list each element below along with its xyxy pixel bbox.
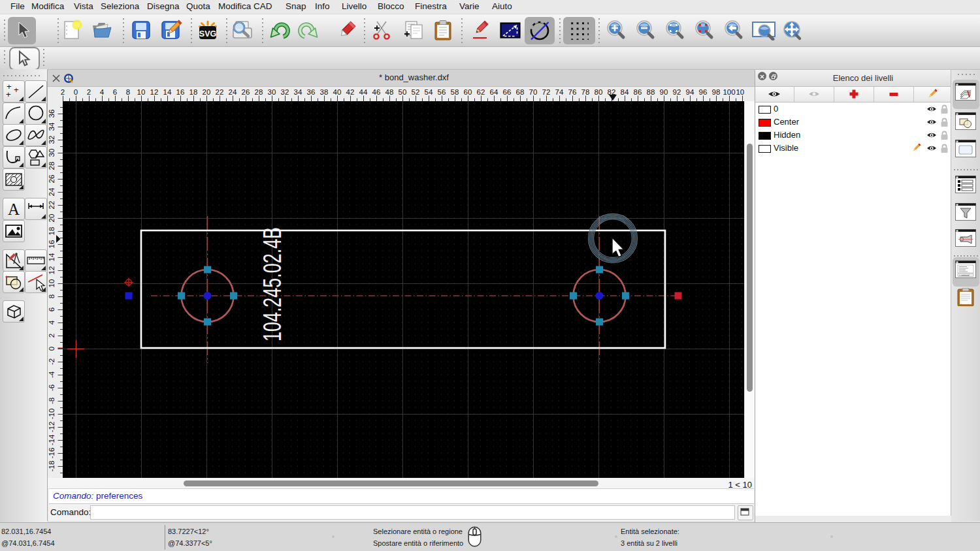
svg-text:12: 12 — [48, 266, 56, 275]
svg-text:24: 24 — [48, 187, 56, 196]
svg-text:50: 50 — [399, 88, 407, 96]
svg-text:68: 68 — [516, 88, 525, 96]
svg-text:92: 92 — [673, 88, 681, 96]
svg-text:26: 26 — [242, 88, 250, 96]
svg-text:104.245.02.4B: 104.245.02.4B — [258, 227, 286, 341]
svg-text:16: 16 — [48, 240, 56, 249]
svg-text:SVG: SVG — [199, 29, 216, 39]
svg-text:26: 26 — [48, 175, 56, 183]
svg-text:42: 42 — [346, 88, 355, 96]
svg-text:24: 24 — [229, 88, 237, 96]
svg-text:98: 98 — [712, 88, 721, 96]
svg-text:66: 66 — [503, 88, 512, 96]
svg-text:58: 58 — [451, 88, 459, 96]
svg-text:20: 20 — [203, 88, 211, 96]
svg-text:46: 46 — [372, 88, 381, 96]
svg-text:44: 44 — [359, 88, 368, 96]
svg-text:A: A — [8, 200, 20, 218]
svg-text:8: 8 — [48, 294, 56, 298]
svg-text:28: 28 — [255, 88, 263, 96]
svg-text:100: 100 — [723, 88, 735, 96]
svg-text:34: 34 — [48, 122, 56, 131]
svg-text:86: 86 — [634, 88, 642, 96]
svg-text:6: 6 — [48, 307, 56, 311]
svg-text:0: 0 — [74, 88, 78, 96]
svg-text:c command: c command — [959, 274, 970, 277]
svg-text:30: 30 — [268, 88, 276, 96]
svg-text:94: 94 — [686, 88, 694, 96]
svg-text:14: 14 — [163, 88, 172, 96]
svg-text:18: 18 — [189, 88, 198, 96]
svg-text:-2: -2 — [48, 358, 56, 365]
svg-text:38: 38 — [320, 88, 329, 96]
svg-text:8: 8 — [126, 88, 130, 96]
svg-text:14: 14 — [48, 253, 56, 261]
svg-text:10: 10 — [137, 88, 146, 96]
svg-text:72: 72 — [542, 88, 551, 96]
svg-text:102: 102 — [736, 88, 744, 96]
svg-text:10: 10 — [48, 279, 56, 288]
svg-text:34: 34 — [294, 88, 302, 96]
svg-text:12: 12 — [150, 88, 159, 96]
svg-text:6: 6 — [113, 88, 117, 96]
svg-text:-10: -10 — [48, 409, 56, 420]
svg-text:36: 36 — [48, 110, 56, 118]
svg-text:22: 22 — [48, 201, 56, 210]
svg-text:+: + — [14, 85, 19, 95]
svg-text:60: 60 — [464, 88, 472, 96]
svg-text:88: 88 — [647, 88, 655, 96]
svg-text:96: 96 — [699, 88, 708, 96]
svg-text:4: 4 — [48, 320, 56, 324]
svg-text:74: 74 — [555, 88, 564, 96]
svg-text:82: 82 — [608, 88, 616, 96]
svg-text:52: 52 — [412, 88, 420, 96]
svg-text:30: 30 — [48, 149, 56, 157]
svg-text:78: 78 — [581, 88, 590, 96]
svg-text:-18: -18 — [48, 461, 56, 472]
svg-text:54: 54 — [425, 88, 433, 96]
svg-text:0: 0 — [48, 347, 56, 351]
svg-text:-6: -6 — [48, 385, 56, 391]
svg-text:32: 32 — [281, 88, 289, 96]
svg-text:2: 2 — [87, 88, 91, 96]
svg-text:32: 32 — [48, 136, 56, 144]
svg-text:84: 84 — [621, 88, 629, 96]
svg-text:90: 90 — [660, 88, 668, 96]
svg-text:36: 36 — [307, 88, 316, 96]
svg-text:4: 4 — [100, 88, 105, 96]
svg-text:20: 20 — [48, 214, 56, 223]
svg-text:-12: -12 — [48, 422, 56, 433]
svg-text:2: 2 — [61, 88, 65, 96]
svg-text:56: 56 — [438, 88, 446, 96]
svg-text:22: 22 — [216, 88, 224, 96]
svg-text:70: 70 — [529, 88, 538, 96]
svg-text:+: + — [6, 89, 11, 99]
svg-text:-16: -16 — [48, 448, 56, 459]
svg-text:16: 16 — [176, 88, 185, 96]
svg-text:40: 40 — [333, 88, 342, 96]
svg-text:18: 18 — [48, 227, 56, 236]
svg-text:-4: -4 — [48, 371, 56, 378]
svg-text:64: 64 — [490, 88, 498, 96]
svg-text:80: 80 — [595, 88, 603, 96]
svg-text:76: 76 — [568, 88, 577, 96]
svg-text:62: 62 — [477, 88, 485, 96]
svg-text:-8: -8 — [48, 398, 56, 404]
svg-text:28: 28 — [48, 162, 56, 170]
svg-text:2: 2 — [48, 334, 56, 338]
svg-text:48: 48 — [385, 88, 394, 96]
svg-text:-14: -14 — [48, 434, 56, 445]
